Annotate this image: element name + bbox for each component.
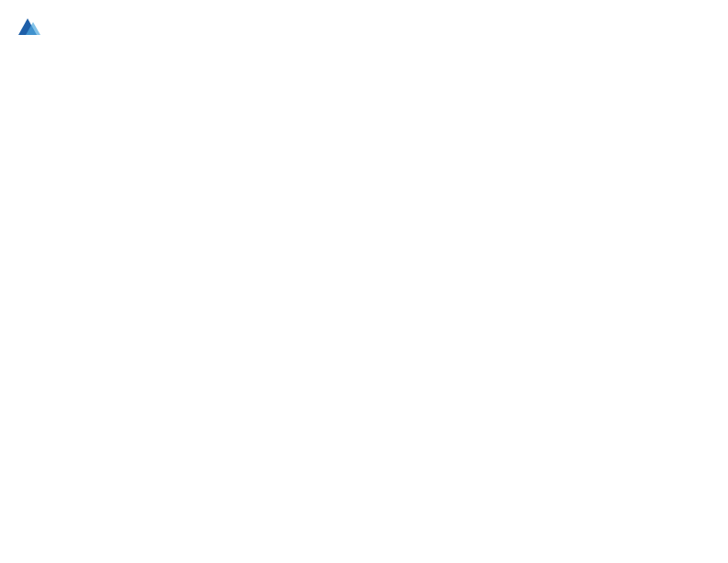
page-header — [15, 15, 713, 40]
logo — [15, 15, 44, 40]
logo-icon — [15, 15, 40, 40]
